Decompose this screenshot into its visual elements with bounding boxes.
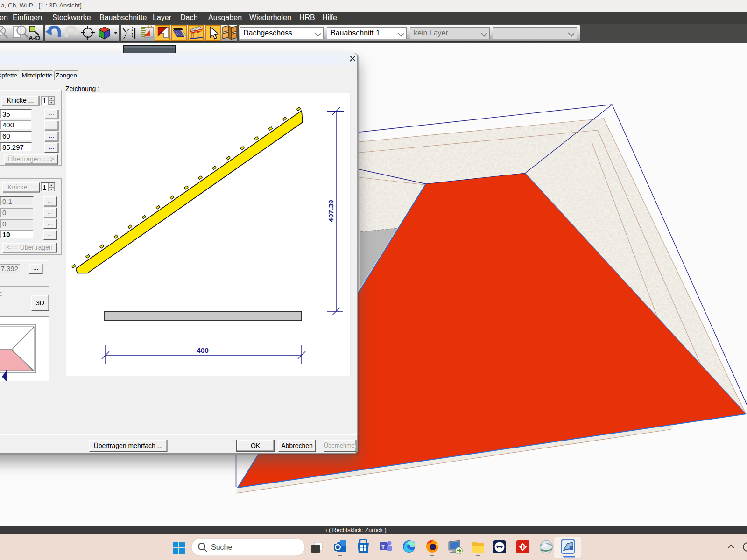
svg-text:T: T bbox=[381, 543, 385, 550]
svg-text:400: 400 bbox=[197, 346, 209, 354]
svg-text:407.39: 407.39 bbox=[327, 200, 335, 222]
svg-text:Suche: Suche bbox=[211, 543, 232, 551]
